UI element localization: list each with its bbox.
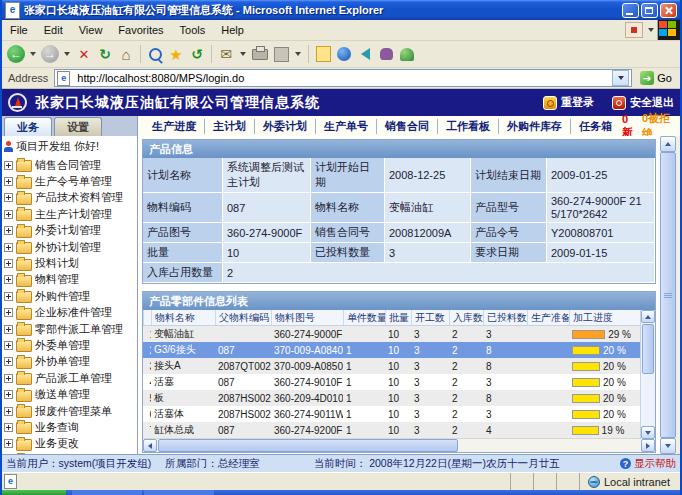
expand-icon[interactable] (4, 259, 13, 268)
expand-icon[interactable] (4, 210, 13, 219)
address-input[interactable] (77, 72, 609, 85)
expand-icon[interactable] (4, 341, 13, 350)
column-header[interactable]: 单件数量 (343, 310, 385, 325)
expand-icon[interactable] (4, 390, 13, 399)
sidebar-item-scrap-menu[interactable]: 报废件管理菜单 (4, 403, 137, 419)
nav-purchased-stock[interactable]: 外购件库存 (499, 119, 571, 134)
scrollbar-thumb[interactable] (660, 152, 676, 438)
table-row[interactable]: 7 缸体总成 087 360-274-9200F 1 10 3 2 4 19 % (143, 422, 655, 438)
back-button[interactable]: ← (6, 43, 26, 65)
mail-button[interactable]: ✉ (216, 43, 236, 65)
favorites-button[interactable]: ★ (166, 43, 186, 65)
sidebar-item-purchased-parts[interactable]: 外购件管理 (4, 288, 137, 304)
table-row[interactable]: 4 活塞 087 360-274-9010F 1 10 3 2 3 20 % (143, 374, 655, 390)
sidebar-item-delivery-order[interactable]: 缴送单管理 (4, 386, 137, 402)
menu-extra-icon[interactable] (625, 22, 643, 38)
nav-work-board[interactable]: 工作看板 (438, 119, 499, 134)
go-button[interactable]: ➔ Go (635, 69, 677, 87)
expand-icon[interactable] (4, 243, 13, 252)
scroll-up-icon[interactable] (660, 136, 676, 152)
table-row[interactable]: 6 活塞体 2087HS002 360-274-9011W 1 10 3 2 3… (143, 406, 655, 422)
sidebar-item-feeding-plan[interactable]: 投料计划 (4, 255, 137, 271)
notes-button[interactable] (313, 43, 333, 65)
menu-extra-caret-icon[interactable] (648, 28, 654, 32)
expand-icon[interactable] (4, 226, 13, 235)
scroll-left-icon[interactable] (143, 439, 157, 452)
forward-button[interactable]: → (40, 43, 60, 65)
back-dropdown-icon[interactable] (30, 52, 36, 56)
edit-dropdown-icon[interactable] (295, 52, 301, 56)
table-row[interactable]: 1 变幅油缸 360-274-9000F 10 3 2 3 29 % (143, 326, 655, 342)
expand-icon[interactable] (4, 177, 13, 186)
stop-button[interactable]: ✕ (74, 43, 94, 65)
column-header[interactable]: 批量 (385, 310, 411, 325)
home-button[interactable]: ⌂ (116, 43, 136, 65)
media-button[interactable] (355, 43, 375, 65)
nav-production-order[interactable]: 生产单号 (316, 119, 377, 134)
logout-button[interactable]: 安全退出 (612, 95, 674, 110)
sidebar-item-outsource-order[interactable]: 外委单管理 (4, 337, 137, 353)
sidebar-item-tech-data[interactable]: 产品技术资料管理 (4, 190, 137, 206)
expand-icon[interactable] (4, 161, 13, 170)
edit-button[interactable] (271, 43, 291, 65)
scroll-down-icon[interactable] (660, 438, 676, 454)
refresh-button[interactable]: ↻ (95, 43, 115, 65)
show-help-button[interactable]: ? 显示帮助 (620, 457, 676, 471)
browser-app-button[interactable] (334, 43, 354, 65)
column-header[interactable]: 生产准备 (527, 310, 569, 325)
column-header[interactable]: 物料图号 (271, 310, 343, 325)
menu-view[interactable]: View (71, 22, 111, 38)
sidebar-item-coop-plan[interactable]: 外协计划管理 (4, 239, 137, 255)
nav-production-progress[interactable]: 生产进度 (144, 119, 205, 134)
nav-sales-contract[interactable]: 销售合同 (377, 119, 438, 134)
column-header[interactable]: 已投料数 (483, 310, 527, 325)
expand-icon[interactable] (4, 374, 13, 383)
table-row[interactable]: 5 板 2087HS002 360-209-4D010 1 10 3 2 8 2… (143, 390, 655, 406)
expand-icon[interactable] (4, 357, 13, 366)
start-button[interactable] (2, 490, 66, 495)
expand-icon[interactable] (4, 193, 13, 202)
tab-business[interactable]: 业务 (4, 117, 52, 136)
column-header[interactable]: 父物料编码 (215, 310, 271, 325)
scrollbar-thumb[interactable] (642, 324, 654, 374)
expand-icon[interactable] (4, 407, 13, 416)
sidebar-item-outsource-plan[interactable]: 外委计划管理 (4, 223, 137, 239)
messenger-button[interactable] (397, 43, 417, 65)
maximize-button[interactable] (641, 3, 658, 18)
expand-icon[interactable] (4, 308, 13, 317)
menu-edit[interactable]: Edit (36, 22, 71, 38)
print-button[interactable] (250, 43, 270, 65)
nav-master-plan[interactable]: 主计划 (205, 119, 255, 134)
windows-taskbar[interactable] (2, 490, 680, 495)
parts-table-horizontal-scrollbar[interactable] (143, 438, 655, 452)
table-row-selected[interactable]: 2 G3/6接头 087 370-009-A0840 1 10 3 2 8 20… (143, 342, 655, 358)
nav-outsource-plan[interactable]: 外委计划 (255, 119, 316, 134)
column-header[interactable]: 开工数 (411, 310, 449, 325)
expand-icon[interactable] (4, 292, 13, 301)
scroll-down-icon[interactable] (641, 426, 655, 439)
sidebar-item-product-dispatch[interactable]: 产品派工单管理 (4, 370, 137, 386)
expand-icon[interactable] (4, 439, 13, 448)
tab-settings[interactable]: 设置 (54, 117, 102, 136)
menu-favorites[interactable]: Favorites (110, 22, 171, 38)
menu-tools[interactable]: Tools (172, 22, 214, 38)
sidebar-item-standard-parts[interactable]: 企业标准件管理 (4, 305, 137, 321)
sidebar-item-parts-dispatch[interactable]: 零部件派工单管理 (4, 321, 137, 337)
column-header[interactable]: 入库数 (449, 310, 483, 325)
sidebar-item-sales-contract[interactable]: 销售合同管理 (4, 157, 137, 173)
sidebar-item-business-change[interactable]: 业务更改 (4, 436, 137, 452)
column-header[interactable]: 加工进度 (569, 310, 631, 325)
forward-dropdown-icon[interactable] (64, 52, 70, 56)
search-button[interactable] (145, 43, 165, 65)
relogin-button[interactable]: 重登录 (543, 95, 594, 110)
sidebar-item-production-order-mgmt[interactable]: 生产令号单管理 (4, 173, 137, 189)
parts-table-vertical-scrollbar[interactable] (640, 310, 655, 439)
address-dropdown-button[interactable] (612, 70, 629, 86)
sidebar-item-coop-order[interactable]: 外协单管理 (4, 354, 137, 370)
mail-dropdown-icon[interactable] (240, 52, 246, 56)
page-vertical-scrollbar[interactable] (660, 136, 676, 454)
expand-icon[interactable] (4, 325, 13, 334)
close-button[interactable] (660, 3, 677, 18)
expand-icon[interactable] (4, 275, 13, 284)
scroll-up-icon[interactable] (641, 310, 655, 323)
